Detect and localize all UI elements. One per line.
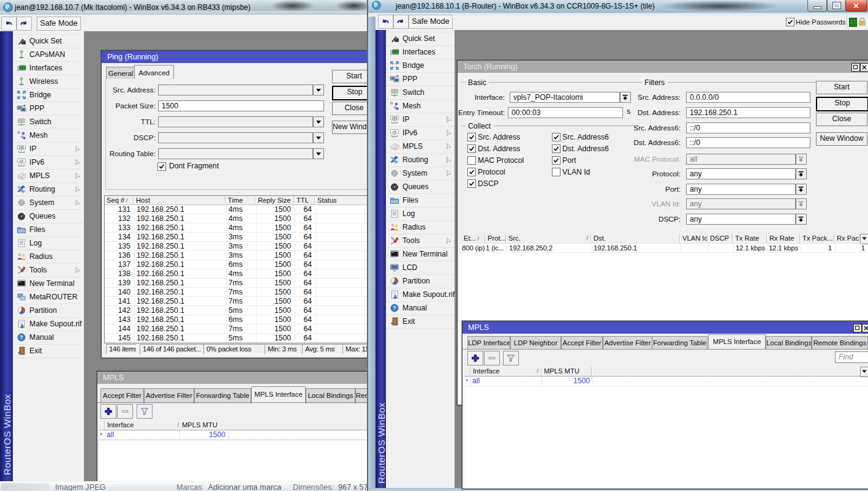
svg-text:255: 255: [19, 146, 25, 149]
svg-text:?: ?: [393, 305, 396, 311]
svg-text:?: ?: [20, 334, 23, 340]
svg-text:255: 255: [392, 116, 398, 120]
svg-text:v6: v6: [20, 159, 24, 163]
svg-text:v6: v6: [393, 130, 397, 133]
